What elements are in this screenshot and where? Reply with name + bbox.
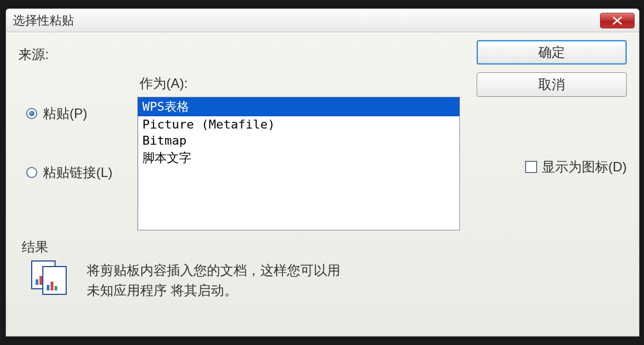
ok-button[interactable]: 确定 (477, 40, 627, 65)
result-description: 将剪贴板内容插入您的文档，这样您可以用 未知应用程序 将其启动。 (87, 260, 340, 300)
paste-radio-label: 粘贴(P) (43, 105, 87, 122)
cancel-button[interactable]: 取消 (477, 72, 627, 97)
cancel-button-label: 取消 (538, 76, 565, 93)
paste-radio[interactable]: 粘贴(P) (26, 105, 87, 122)
list-item[interactable]: WPS表格 (138, 97, 459, 116)
source-label: 来源: (18, 46, 49, 63)
checkbox-icon (525, 161, 537, 173)
radio-icon (26, 108, 37, 119)
display-as-icon-checkbox[interactable]: 显示为图标(D) (525, 158, 627, 176)
dialog-body: 来源: 作为(A): 粘贴(P) 粘贴链接(L) WPS表格 Picture (… (6, 32, 639, 336)
dialog-title: 选择性粘贴 (13, 12, 74, 29)
result-line1: 将剪贴板内容插入您的文档，这样您可以用 (87, 260, 340, 280)
radio-icon (26, 167, 37, 178)
close-button[interactable] (600, 13, 635, 28)
result-line2: 未知应用程序 将其启动。 (87, 280, 340, 300)
document-chart-icon (31, 260, 71, 296)
list-item[interactable]: 脚本文字 (138, 149, 459, 167)
list-item[interactable]: Bitmap (138, 132, 459, 149)
result-area: 将剪贴板内容插入您的文档，这样您可以用 未知应用程序 将其启动。 (31, 260, 340, 300)
as-label: 作为(A): (140, 75, 188, 92)
paste-link-radio[interactable]: 粘贴链接(L) (26, 164, 112, 181)
list-item[interactable]: Picture (Metafile) (138, 116, 459, 132)
paste-special-dialog: 选择性粘贴 来源: 作为(A): 粘贴(P) 粘贴链接(L) WPS表格 Pic… (6, 8, 640, 337)
paste-link-radio-label: 粘贴链接(L) (43, 164, 112, 181)
format-listbox[interactable]: WPS表格 Picture (Metafile) Bitmap 脚本文字 (137, 97, 460, 230)
close-icon (612, 17, 622, 24)
result-label: 结果 (22, 238, 48, 256)
display-as-icon-label: 显示为图标(D) (542, 158, 627, 176)
titlebar: 选择性粘贴 (6, 9, 639, 32)
ok-button-label: 确定 (538, 43, 565, 61)
